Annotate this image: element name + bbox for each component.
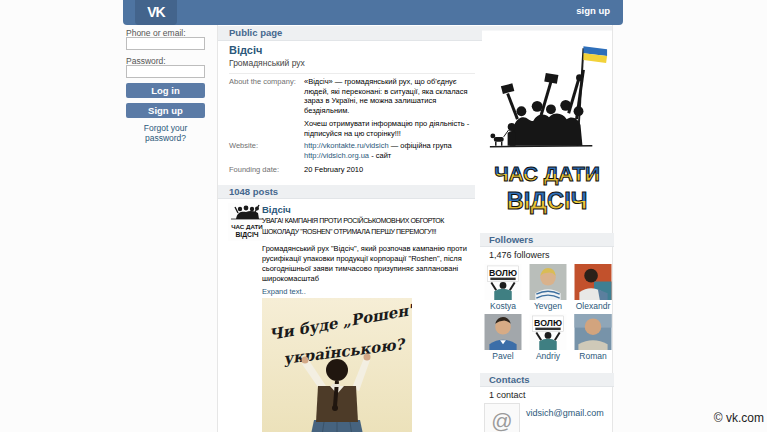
- community-logo-image[interactable]: ЧАС ДАТИ ВІДСІЧ: [482, 30, 612, 228]
- followers-grid: ВОЛЮ Kostya Yevgen: [484, 264, 614, 361]
- post-body: Громадянський рух "Відсіч", який розпоча…: [262, 244, 475, 284]
- mini-logo-line2: ВІДСІЧ: [235, 231, 258, 239]
- follower-avatar: [484, 314, 522, 350]
- follower-item[interactable]: Yevgen: [529, 264, 567, 311]
- follower-item[interactable]: ВОЛЮ Andriy: [529, 314, 567, 361]
- signup-button[interactable]: Sign up: [126, 103, 205, 118]
- post-author-avatar[interactable]: ЧАС ДАТИ ВІДСІЧ: [228, 203, 266, 241]
- posts-count-bar: 1048 posts: [218, 185, 475, 199]
- phone-input[interactable]: [126, 37, 205, 50]
- founding-label: Founding date:: [229, 165, 279, 175]
- forgot-password-link[interactable]: Forgot your password?: [126, 123, 205, 143]
- signup-top-link[interactable]: sign up: [576, 5, 610, 16]
- volya-poster-text: ВОЛЮ: [489, 268, 517, 278]
- divider: [229, 73, 475, 74]
- post-title: УВАГА! КАМПАНІЯ ПРОТИ РОСІЙСЬКОМОВНИХ ОБ…: [262, 215, 477, 237]
- volya-poster-text: ВОЛЮ: [534, 318, 562, 328]
- website-label: Website:: [229, 141, 258, 151]
- follower-item[interactable]: Roman: [574, 314, 612, 361]
- mini-logo-line1: ЧАС ДАТИ: [231, 223, 263, 230]
- follower-item[interactable]: Olexandr: [574, 264, 612, 311]
- top-header-bar: VK sign up: [123, 0, 623, 25]
- founding-value: 20 February 2010: [304, 165, 476, 175]
- founding-row: Founding date: 20 February 2010: [229, 165, 475, 175]
- contact-email-link[interactable]: vidsich@gmail.com: [526, 408, 604, 418]
- watermark: © vk.com: [714, 411, 764, 425]
- follower-name[interactable]: Olexandr: [574, 301, 612, 311]
- follower-name[interactable]: Andriy: [529, 351, 567, 361]
- about-paragraph: Хочеш отримувати інформацію про діяльніс…: [304, 119, 476, 138]
- at-icon: @: [484, 403, 520, 432]
- follower-avatar: [574, 314, 612, 350]
- website-suffix: — офіційна група: [389, 141, 452, 150]
- follower-avatar: [529, 264, 567, 300]
- contacts-count: 1 contact: [489, 390, 526, 400]
- post-author-link[interactable]: Відсіч: [262, 204, 291, 215]
- about-label: About the company:: [229, 77, 296, 87]
- contacts-header: Contacts: [480, 373, 614, 387]
- follower-item[interactable]: Pavel: [484, 314, 522, 361]
- follower-name[interactable]: Kostya: [484, 301, 522, 311]
- logo-text-line2: ВІДСІЧ: [507, 188, 588, 214]
- right-sidebar: ЧАС ДАТИ ВІДСІЧ Followers 1,476 follower…: [480, 25, 614, 432]
- expand-text-link[interactable]: Expand text..: [262, 287, 306, 296]
- follower-avatar: ВОЛЮ: [484, 264, 522, 300]
- followers-count: 1,476 followers: [489, 250, 550, 260]
- page-title: Відсіч: [229, 44, 262, 56]
- about-row: About the company: «Відсіч» — громадянсь…: [229, 77, 475, 138]
- follower-name[interactable]: Yevgen: [529, 301, 567, 311]
- website-row: Website: http://vkontakte.ru/vidsich — о…: [229, 141, 475, 160]
- page-subtitle: Громадянський рух: [229, 58, 305, 68]
- password-input[interactable]: [126, 65, 205, 78]
- website-link-official[interactable]: http://vkontakte.ru/vidsich: [304, 141, 389, 150]
- follower-avatar: ВОЛЮ: [529, 314, 567, 350]
- logo-text-line1: ЧАС ДАТИ: [494, 162, 600, 185]
- website-link-site[interactable]: http://vidsich.org.ua: [304, 151, 369, 160]
- content-panel: Public page Відсіч Громадянський рух Abo…: [217, 25, 613, 432]
- vk-logo[interactable]: VK: [135, 0, 177, 25]
- about-paragraph: «Відсіч» — громадянський рух, що об'єдну…: [304, 77, 476, 115]
- follower-name[interactable]: Pavel: [484, 351, 522, 361]
- login-button[interactable]: Log in: [126, 83, 205, 98]
- follower-item[interactable]: ВОЛЮ Kostya: [484, 264, 522, 311]
- followers-header: Followers: [480, 233, 614, 247]
- follower-avatar: [574, 264, 612, 300]
- website-suffix: - сайт: [369, 151, 391, 160]
- follower-name[interactable]: Roman: [574, 351, 612, 361]
- about-text: «Відсіч» — громадянський рух, що об'єдну…: [304, 77, 476, 138]
- vk-public-page: { "header": { "logo": "VK", "signup_link…: [0, 0, 767, 432]
- post-image[interactable]: Чи буде „Рошен" українською?: [262, 298, 412, 432]
